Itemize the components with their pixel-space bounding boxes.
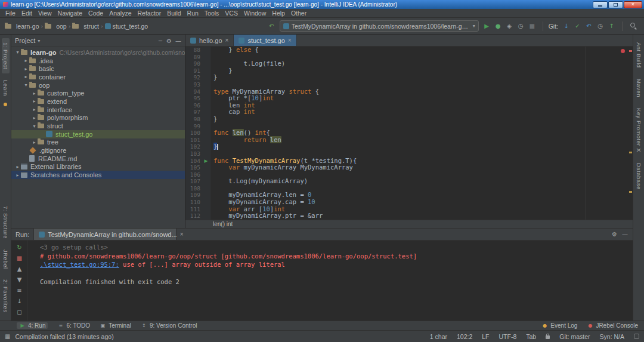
chevron-right-icon[interactable]: ▸: [31, 107, 38, 112]
status-syn-n-a[interactable]: Syn: N/A: [600, 333, 624, 340]
status-tab[interactable]: Tab: [526, 333, 536, 340]
menu-item-file[interactable]: File: [2, 9, 18, 17]
clear-icon[interactable]: ◻: [14, 307, 24, 316]
chevron-right-icon[interactable]: ▸: [31, 140, 38, 145]
chevron-right-icon[interactable]: ▸: [31, 98, 38, 104]
tool-button-ant-build[interactable]: Ant Build: [635, 38, 643, 72]
error-stripe-mark[interactable]: [629, 50, 632, 52]
tree-item-custom-type[interactable]: ▸custom_type: [11, 89, 185, 97]
project-panel-title[interactable]: Project: [15, 37, 35, 44]
chevron-right-icon[interactable]: ▸: [23, 66, 29, 72]
chevron-down-icon[interactable]: ▾: [31, 124, 38, 129]
tree-item-stuct-test-go[interactable]: stuct_test.go: [11, 130, 185, 138]
gear-icon[interactable]: ⚙: [612, 231, 617, 238]
lock-icon[interactable]: [546, 335, 550, 339]
code-line[interactable]: 88 } else {: [185, 47, 633, 54]
tree-item-tree[interactable]: ▸tree: [11, 138, 185, 147]
search-icon[interactable]: [630, 23, 637, 29]
gear-icon[interactable]: ⚙: [166, 38, 172, 44]
hide-panel-icon[interactable]: —: [175, 38, 181, 44]
close-icon[interactable]: ×: [288, 37, 292, 44]
menu-item-view[interactable]: View: [35, 9, 55, 17]
toolwindow-button-6-todo[interactable]: ≡6: TODO: [57, 322, 90, 329]
menu-item-run[interactable]: Run: [184, 9, 202, 17]
run-tab[interactable]: TestMyDynamicArray in github.com/snowd..…: [33, 229, 177, 240]
toolwindow-button-event-log[interactable]: ●Event Log: [541, 322, 577, 329]
profiler-icon[interactable]: ◷: [516, 21, 526, 31]
git-history-icon[interactable]: ◷: [595, 21, 605, 31]
tool-button-7-structure[interactable]: 7: Structure: [2, 202, 10, 243]
warning-stripe-mark[interactable]: [629, 191, 632, 193]
menu-item-refactor[interactable]: Refactor: [135, 9, 165, 17]
code-line[interactable]: 91 }: [185, 67, 633, 75]
code-line[interactable]: 92}: [185, 74, 633, 81]
code-line[interactable]: 98}: [185, 116, 633, 123]
rerun-icon[interactable]: ↻: [14, 243, 24, 252]
close-icon[interactable]: ×: [225, 37, 229, 44]
git-push-icon[interactable]: ↑: [606, 21, 617, 31]
tool-button-1-project[interactable]: 1: Project: [2, 38, 10, 73]
toolwindow-button-9-version-control[interactable]: ↕9: Version Control: [141, 322, 197, 329]
back-arrow-icon[interactable]: ↶: [267, 21, 277, 31]
collapse-all-icon[interactable]: −: [158, 38, 163, 44]
tool-button-jrebel[interactable]: JRebel: [2, 245, 10, 273]
stop-disabled-icon[interactable]: ■: [527, 21, 537, 31]
chevron-right-icon[interactable]: ▸: [31, 115, 38, 121]
menu-item-code[interactable]: Code: [85, 9, 106, 17]
tool-button-key-promoter-x[interactable]: Key Promoter X: [635, 104, 643, 156]
status-git-master[interactable]: Git: master: [559, 333, 590, 340]
menu-item-navigate[interactable]: Navigate: [55, 9, 85, 17]
status-lf[interactable]: LF: [482, 333, 489, 340]
maximize-window-button[interactable]: [608, 1, 623, 8]
menu-item-help[interactable]: Help: [269, 9, 288, 17]
breadcrumb-item-struct[interactable]: struct: [72, 23, 99, 30]
tool-button-2-favorites[interactable]: 2: Favorites: [2, 275, 10, 317]
breadcrumb-item-stuct-test-go[interactable]: stuct_test.go: [105, 23, 148, 30]
chevron-down-icon[interactable]: ▾: [38, 38, 40, 44]
tree-item-gitignore[interactable]: .gitignore: [11, 146, 185, 155]
chevron-right-icon[interactable]: ▸: [23, 74, 29, 79]
code-line[interactable]: 90 t.Log(file): [185, 60, 633, 67]
code-line[interactable]: 105 var myDynamicArray MyDynamicArray: [185, 164, 633, 171]
status-102-2[interactable]: 102:2: [457, 333, 472, 340]
coverage-icon[interactable]: ◈: [504, 21, 515, 31]
tree-item-idea[interactable]: ▸.idea: [11, 57, 185, 65]
run-console[interactable]: <3 go setup calls># github.com/snowdream…: [28, 241, 633, 321]
tree-item-basic[interactable]: ▸basic: [11, 64, 185, 73]
debug-icon[interactable]: ●: [493, 21, 503, 31]
tree-item-struct[interactable]: ▾struct: [11, 122, 185, 130]
file-link[interactable]: .\stuct_test.go:95:7:: [40, 261, 119, 268]
chevron-right-icon[interactable]: ▸: [23, 58, 29, 63]
status-1-char[interactable]: 1 char: [430, 333, 447, 340]
breadcrumb-item-oop[interactable]: oop: [45, 23, 67, 30]
minimize-window-button[interactable]: [593, 1, 608, 8]
chevron-down-icon[interactable]: ▾: [23, 82, 29, 88]
close-icon[interactable]: ×: [180, 231, 184, 238]
chevron-right-icon[interactable]: ▸: [31, 91, 38, 96]
breadcrumb-item-learn-go[interactable]: learn-go: [5, 23, 39, 30]
hide-panel-icon[interactable]: —: [622, 231, 628, 238]
run-icon[interactable]: ▶: [482, 21, 492, 31]
titlebar[interactable]: learn-go [C:\Users\Administrator\go\src\…: [0, 0, 644, 9]
tree-item-scratches-and-consoles[interactable]: ▸Scratches and Consoles: [11, 171, 185, 179]
tool-button-learn[interactable]: Learn: [2, 76, 10, 100]
code-line[interactable]: 107 t.Log(myDynamicArray): [185, 178, 633, 185]
chevron-down-icon[interactable]: ▾: [14, 50, 21, 55]
git-revert-icon[interactable]: ↶: [584, 21, 594, 31]
tree-item-external-libraries[interactable]: ▸External Libraries: [11, 163, 185, 171]
run-configuration-select[interactable]: TestMyDynamicArray in github.com/snowdre…: [280, 20, 479, 32]
toolwindow-button-terminal[interactable]: ▣Terminal: [100, 322, 131, 329]
menu-item-analyze[interactable]: Analyze: [106, 9, 134, 17]
menu-item-other[interactable]: Other: [288, 9, 309, 17]
code-editor[interactable]: 88 } else {8990 t.Log(file)91 }92}9394ty…: [185, 47, 633, 220]
stop-icon[interactable]: ■: [14, 254, 24, 263]
code-line[interactable]: 97 cap int: [185, 109, 633, 116]
menu-item-tools[interactable]: Tools: [202, 9, 222, 17]
tree-item-readme-md[interactable]: README.md: [11, 155, 185, 163]
menu-item-vcs[interactable]: VCS: [222, 9, 241, 17]
status-utf-8[interactable]: UTF-8: [499, 333, 517, 340]
chevron-right-icon[interactable]: ▸: [14, 164, 21, 170]
menu-item-window[interactable]: Window: [241, 9, 269, 17]
chevron-right-icon[interactable]: ▸: [14, 172, 21, 178]
code-line[interactable]: 102}: [185, 143, 633, 150]
